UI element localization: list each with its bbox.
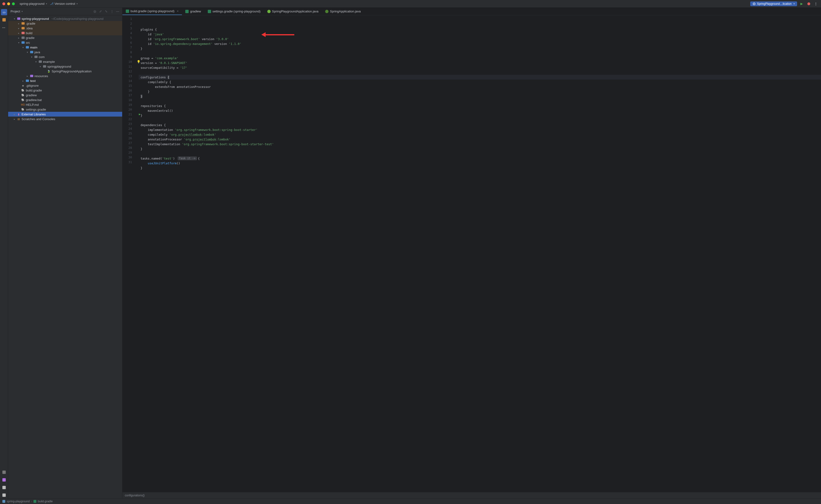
zoom-window[interactable] xyxy=(12,2,15,5)
tree-root[interactable]: ▾ spring-playground ~/Code/playground/sp… xyxy=(8,16,122,21)
hide-panel-icon[interactable]: — xyxy=(115,10,120,13)
tree-file-gradlew-bat[interactable]: ·🐘gradlew.bat xyxy=(8,97,122,102)
project-tree[interactable]: ▾ spring-playground ~/Code/playground/sp… xyxy=(8,15,122,498)
editor-area: build.gradle (spring-playground) × gradl… xyxy=(122,8,821,498)
minimize-window[interactable] xyxy=(7,2,10,5)
vcs-dropdown[interactable]: ⎇ Version control ▾ xyxy=(50,2,78,5)
tree-file-gradlew[interactable]: ·🐘gradlew xyxy=(8,93,122,97)
run-configuration-dropdown[interactable]: ⏻ SpringPlayground…lication ▾ xyxy=(750,1,797,6)
more-actions-button[interactable]: ⋮ xyxy=(813,1,819,6)
bookmarks-tool-button[interactable] xyxy=(1,17,7,23)
tab-build-gradle[interactable]: build.gradle (spring-playground) × xyxy=(122,8,182,15)
tree-file-gitignore[interactable]: ·◆.gitignore xyxy=(8,83,122,88)
tab-gradlew[interactable]: gradlew xyxy=(182,8,204,15)
gradle-icon xyxy=(208,10,211,13)
project-name: spring-playground xyxy=(20,2,44,5)
left-toolbar: ▭ ⋯ xyxy=(0,8,8,498)
tab-label: settings.gradle (spring-playground) xyxy=(213,10,261,13)
project-panel: Project ▾ ◎ ⤢ ⤡ ⋮ — ▾ spring-playground … xyxy=(8,8,122,498)
tab-label: SpringPlaygroundApplication.java xyxy=(272,10,319,13)
target-icon[interactable]: ◎ xyxy=(92,10,97,13)
gradle-icon xyxy=(185,10,188,13)
tree-scratches[interactable]: ▸▤Scratches and Consoles xyxy=(8,117,122,121)
debug-button[interactable] xyxy=(806,1,811,6)
run-config-label: SpringPlayground…lication xyxy=(757,2,792,5)
project-dropdown[interactable]: spring-playground ▾ xyxy=(20,2,47,5)
branch-icon: ⎇ xyxy=(50,2,54,5)
close-window[interactable] xyxy=(2,2,5,5)
titlebar: spring-playground ▾ ⎇ Version control ▾ … xyxy=(0,0,821,8)
structure-label: configurations{} xyxy=(125,494,145,497)
project-tool-button[interactable]: ▭ xyxy=(1,9,7,15)
tree-root-label: spring-playground xyxy=(21,17,49,21)
collapse-icon[interactable]: ⤡ xyxy=(104,10,108,13)
chevron-down-icon: ▾ xyxy=(76,2,78,5)
tab-app-java[interactable]: SpringPlaygroundApplication.java xyxy=(264,8,322,15)
chevron-down-icon: ▾ xyxy=(21,10,23,13)
more-icon: ⋮ xyxy=(814,2,818,5)
tree-folder-src[interactable]: ▾src xyxy=(8,40,122,45)
chevron-down-icon: ▾ xyxy=(794,2,795,5)
tree-folder-resources[interactable]: ▸resources xyxy=(8,74,122,78)
editor-gutter[interactable]: 12345678910💡1112131415161718192021▶22232… xyxy=(122,15,135,492)
tab-label: gradlew xyxy=(190,10,201,13)
crumb-file[interactable]: build.gradle xyxy=(38,500,53,503)
more-tool-button[interactable]: ⋯ xyxy=(1,24,7,31)
tree-folder-build[interactable]: ▸build xyxy=(8,31,122,35)
bookmarks-icon xyxy=(2,18,6,21)
tree-folder-gradle[interactable]: ▸gradle xyxy=(8,35,122,40)
spring-icon: 🍃 xyxy=(47,70,51,73)
project-panel-header: Project ▾ ◎ ⤢ ⤡ ⋮ — xyxy=(8,8,122,15)
close-tab-icon[interactable]: × xyxy=(177,9,179,13)
git-tool-button[interactable] xyxy=(1,492,7,498)
tree-folder-springplayground[interactable]: ▾springplayground xyxy=(8,64,122,69)
tree-external-libraries[interactable]: ▸▮External Libraries xyxy=(8,112,122,117)
tab-label: build.gradle (spring-playground) xyxy=(130,9,174,13)
problems-tool-button[interactable] xyxy=(1,484,7,491)
project-panel-title-label: Project xyxy=(11,10,20,13)
db-icon xyxy=(2,471,6,474)
tree-folder-example[interactable]: ▾example xyxy=(8,59,122,64)
editor-tabs: build.gradle (spring-playground) × gradl… xyxy=(122,8,821,15)
bug-icon xyxy=(2,486,6,489)
spring-icon xyxy=(267,10,271,13)
project-icon xyxy=(2,500,5,503)
chevron-right-icon: › xyxy=(31,500,32,503)
gradle-icon xyxy=(33,500,36,503)
editor-body[interactable]: 12345678910💡1112131415161718192021▶22232… xyxy=(122,15,821,492)
run-button[interactable]: ▶ xyxy=(799,1,804,6)
terminal-tool-button[interactable] xyxy=(1,477,7,483)
debug-icon xyxy=(807,2,810,5)
tree-file-app-class[interactable]: ·🍃SpringPlaygroundApplication xyxy=(8,69,122,74)
terminal-icon xyxy=(2,478,6,482)
vcs-label: Version control xyxy=(54,2,75,5)
tree-file-settings-gradle[interactable]: ·🐘settings.gradle xyxy=(8,107,122,112)
editor-structure-breadcrumb[interactable]: configurations{} xyxy=(122,492,821,498)
tab-label: SpringApplication.java xyxy=(330,10,361,13)
power-icon: ⏻ xyxy=(753,2,756,5)
window-controls[interactable] xyxy=(2,2,15,5)
chevron-down-icon: ▾ xyxy=(46,2,47,5)
project-panel-title-dropdown[interactable]: Project ▾ xyxy=(11,10,23,13)
tree-folder-idea[interactable]: ▸.idea xyxy=(8,26,122,31)
gradle-icon xyxy=(126,10,129,13)
tab-settings-gradle[interactable]: settings.gradle (spring-playground) xyxy=(204,8,264,15)
tree-folder-main[interactable]: ▾main xyxy=(8,45,122,50)
tree-file-build-gradle[interactable]: ·🐘build.gradle xyxy=(8,88,122,93)
tree-folder-java[interactable]: ▾java xyxy=(8,50,122,54)
tree-folder-gradle-dot[interactable]: ▸.gradle xyxy=(8,21,122,26)
nav-breadcrumbs: spring-playground › build.gradle xyxy=(0,498,821,504)
tree-root-path: ~/Code/playground/spring-playground xyxy=(51,17,103,21)
spring-icon xyxy=(325,10,329,13)
database-tool-button[interactable] xyxy=(1,469,7,475)
tree-folder-test[interactable]: ▸test xyxy=(8,78,122,83)
expand-icon[interactable]: ⤢ xyxy=(98,10,102,13)
git-icon xyxy=(2,493,6,497)
tree-folder-com[interactable]: ▾com xyxy=(8,54,122,59)
more-icon: ⋯ xyxy=(2,26,6,29)
panel-more-icon[interactable]: ⋮ xyxy=(110,10,114,13)
tree-file-help-md[interactable]: ·MDHELP.md xyxy=(8,102,122,107)
tab-spring-app-java[interactable]: SpringApplication.java xyxy=(322,8,364,15)
crumb-project[interactable]: spring-playground xyxy=(7,500,30,503)
editor-code[interactable]: plugins { id 'java' id 'org.springframew… xyxy=(139,15,821,492)
